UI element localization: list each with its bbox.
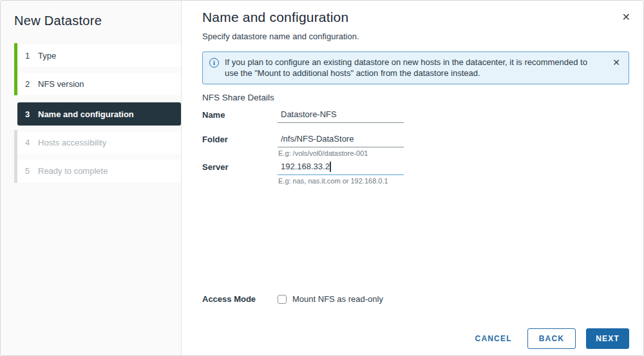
wizard-footer: CANCEL BACK NEXT bbox=[471, 328, 629, 349]
wizard-sidebar: New Datastore 1 Type 2 NFS version 3 Nam… bbox=[1, 1, 182, 355]
name-field-row: Name bbox=[202, 108, 629, 123]
name-field-control bbox=[278, 108, 404, 123]
step-number: 3 bbox=[25, 109, 38, 119]
sidebar-step-name-and-configuration[interactable]: 3 Name and configuration bbox=[17, 102, 181, 126]
step-label: Hosts accessibility bbox=[38, 138, 106, 147]
info-banner-text: If you plan to configure an existing dat… bbox=[225, 57, 587, 78]
page-subtitle: Specify datastore name and configuration… bbox=[202, 32, 629, 41]
new-datastore-dialog: New Datastore 1 Type 2 NFS version 3 Nam… bbox=[0, 0, 644, 356]
dialog-close-icon[interactable]: ✕ bbox=[622, 12, 630, 23]
text-cursor bbox=[330, 162, 331, 172]
name-field-label: Name bbox=[202, 108, 278, 120]
sidebar-step-ready-to-complete: 5 Ready to complete bbox=[17, 160, 181, 182]
step-label: Name and configuration bbox=[38, 109, 134, 119]
step-label: Ready to complete bbox=[38, 166, 108, 176]
sidebar-step-hosts-accessibility: 4 Hosts accessibility bbox=[17, 131, 181, 154]
wizard-content: Name and configuration Specify datastore… bbox=[182, 1, 643, 355]
access-mode-label: Access Mode bbox=[202, 294, 278, 304]
wizard-title: New Datastore bbox=[14, 14, 102, 28]
server-field-control: E.g: nas, nas.it.com or 192.168.0.1 bbox=[278, 160, 404, 185]
step-label: Type bbox=[38, 51, 56, 61]
banner-close-icon[interactable]: ✕ bbox=[612, 57, 620, 68]
datastore-name-input[interactable] bbox=[278, 108, 404, 123]
folder-field-row: Folder E.g: /vols/vol0/datastore-001 bbox=[202, 133, 629, 157]
server-hint: E.g: nas, nas.it.com or 192.168.0.1 bbox=[278, 177, 404, 185]
section-title-nfs-share-details: NFS Share Details bbox=[202, 93, 629, 102]
server-field-row: Server E.g: nas, nas.it.com or 192.168.0… bbox=[202, 160, 629, 185]
next-button[interactable]: NEXT bbox=[586, 328, 629, 349]
sidebar-step-nfs-version[interactable]: 2 NFS version bbox=[17, 73, 181, 95]
cancel-button[interactable]: CANCEL bbox=[471, 329, 516, 348]
step-number: 2 bbox=[25, 79, 38, 89]
readonly-checkbox[interactable] bbox=[278, 295, 287, 304]
folder-hint: E.g: /vols/vol0/datastore-001 bbox=[278, 149, 404, 157]
step-number: 4 bbox=[25, 138, 38, 147]
step-number: 5 bbox=[25, 166, 38, 176]
step-number: 1 bbox=[25, 51, 38, 61]
info-icon: i bbox=[209, 58, 219, 68]
page-title: Name and configuration bbox=[202, 10, 629, 25]
folder-field-label: Folder bbox=[202, 133, 278, 144]
folder-field-control: E.g: /vols/vol0/datastore-001 bbox=[278, 133, 404, 157]
step-label: NFS version bbox=[38, 79, 84, 89]
readonly-checkbox-label: Mount NFS as read-only bbox=[292, 294, 383, 304]
folder-input[interactable] bbox=[278, 133, 404, 147]
back-button[interactable]: BACK bbox=[527, 328, 576, 349]
info-banner: i If you plan to configure an existing d… bbox=[202, 52, 629, 84]
sidebar-step-type[interactable]: 1 Type bbox=[17, 44, 181, 67]
access-mode-row: Access Mode Mount NFS as read-only bbox=[202, 294, 383, 304]
server-field-label: Server bbox=[202, 160, 278, 172]
server-input[interactable] bbox=[278, 160, 404, 175]
